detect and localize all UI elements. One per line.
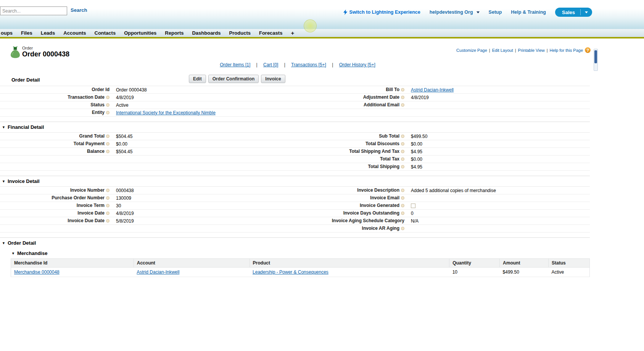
separator [513, 48, 518, 53]
label-total-discounts: Total Discounts [365, 141, 399, 146]
field-help-icon[interactable] [401, 212, 404, 215]
printable-view-link[interactable]: Printable View [518, 48, 545, 53]
app-selector-button[interactable]: Sales [555, 8, 592, 17]
field-help-icon[interactable] [401, 157, 404, 161]
field-row: Total Shipping $4.95 [0, 163, 590, 171]
right-scrollbar[interactable] [594, 49, 598, 71]
field-help-icon[interactable] [401, 189, 404, 192]
search-button[interactable]: Search [71, 7, 87, 13]
tab-opportunities[interactable]: Opportunities [120, 30, 161, 36]
quicklink-order-items[interactable]: Order Items [1] [220, 62, 250, 67]
value-invoice-date: 4/8/2019 [109, 211, 134, 216]
account-link[interactable]: Astrid Dacian-Inkwell [137, 269, 179, 275]
field-help-icon[interactable] [401, 150, 404, 153]
tab-products[interactable]: Products [225, 30, 255, 36]
value-total-shipping: $4.95 [404, 164, 422, 170]
separator [487, 48, 492, 53]
field-help-icon[interactable] [401, 88, 404, 91]
help-for-page-link[interactable]: Help for this Page [550, 48, 583, 53]
field-help-icon[interactable] [106, 189, 109, 192]
value-total-discounts: $0.00 [404, 141, 422, 147]
tab-files[interactable]: Files [17, 30, 37, 36]
field-help-icon[interactable] [106, 135, 109, 138]
field-help-icon[interactable] [401, 204, 404, 207]
field-help-icon[interactable] [106, 212, 109, 215]
tab-forecasts[interactable]: Forecasts [255, 30, 287, 36]
field-help-icon[interactable] [106, 196, 109, 200]
tab-reports[interactable]: Reports [161, 30, 188, 36]
switch-to-lightning-link[interactable]: Switch to Lightning Experience [343, 10, 420, 15]
org-menu[interactable]: helpdevtesting Org [430, 10, 480, 15]
section-title-financial-detail: Financial Detail [8, 124, 44, 130]
collapse-icon[interactable]: ▼ [2, 180, 5, 183]
field-help-icon[interactable] [401, 165, 404, 168]
field-help-icon[interactable] [401, 96, 404, 99]
quicklink-cart[interactable]: Cart [0] [263, 62, 278, 67]
field-help-icon[interactable] [106, 219, 109, 223]
field-help-icon[interactable] [401, 142, 404, 146]
col-merchandise-id[interactable]: Merchandise Id [11, 259, 134, 268]
quantity-cell: 10 [449, 268, 500, 277]
setup-link[interactable]: Setup [489, 10, 502, 15]
label-invoice-due-date: Invoice Due Date [68, 218, 105, 223]
col-amount[interactable]: Amount [500, 259, 549, 268]
tab-dashboards[interactable]: Dashboards [188, 30, 225, 36]
field-help-icon[interactable] [401, 103, 404, 107]
order-detail-fields: Order Id Order 0000438 Bill To Astrid Da… [0, 86, 590, 117]
field-help-icon[interactable] [401, 196, 404, 200]
tab-add-all-tabs[interactable]: + [287, 30, 298, 36]
status-cell: Active [549, 268, 590, 277]
field-help-icon[interactable] [401, 227, 404, 230]
help-training-link[interactable]: Help & Training [511, 10, 546, 15]
merchandise-header[interactable]: ▼ Merchandise [11, 249, 590, 258]
col-quantity[interactable]: Quantity [449, 259, 500, 268]
collapse-icon[interactable]: ▼ [2, 125, 5, 129]
tab-contacts[interactable]: Contacts [90, 30, 120, 36]
field-help-icon[interactable] [401, 135, 404, 138]
bill-to-link[interactable]: Astrid Dacian-Inkwell [411, 87, 454, 93]
label-invoice-aging-schedule-category: Invoice Aging Schedule Category [332, 218, 404, 223]
field-help-icon[interactable] [106, 150, 109, 153]
field-help-icon[interactable] [106, 111, 109, 114]
field-help-icon[interactable] [106, 142, 109, 146]
scrollbar-thumb[interactable] [594, 50, 597, 63]
search-input[interactable] [0, 6, 67, 15]
tab-groups[interactable]: oups [0, 30, 17, 36]
section-title-order-detail: Order Detail [11, 77, 40, 83]
order-detail-related-header[interactable]: ▼ Order Detail [0, 238, 590, 248]
merchandise-id-link[interactable]: Merchandise 0000048 [14, 269, 60, 275]
order-confirmation-button[interactable]: Order Confirmation [208, 75, 259, 83]
quicklink-order-history[interactable]: Order History [5+] [339, 62, 375, 67]
field-row: Invoice Date 4/8/2019 Invoice Days Outst… [0, 210, 590, 217]
invoice-detail-header[interactable]: ▼ Invoice Detail [0, 176, 590, 186]
field-help-icon[interactable] [106, 103, 109, 107]
edit-button[interactable]: Edit [189, 75, 206, 83]
entity-link[interactable]: International Society for the Exceptiona… [116, 110, 216, 115]
help-icon[interactable]: ? [585, 47, 591, 53]
invoice-generated-checkbox[interactable] [411, 204, 415, 208]
app-selector-dropdown[interactable] [581, 11, 592, 13]
label-grand-total: Grand Total [79, 134, 105, 139]
col-product[interactable]: Product [250, 259, 449, 268]
product-link[interactable]: Leadership - Power & Consequences [253, 269, 328, 275]
value-total-shipping-and-tax: $4.95 [404, 149, 422, 154]
invoice-button[interactable]: Invoice [261, 75, 285, 83]
collapse-icon[interactable]: ▼ [2, 241, 5, 245]
label-invoice-term: Invoice Term [77, 203, 105, 208]
separator [252, 62, 262, 67]
quicklink-transactions[interactable]: Transactions [5+] [291, 62, 326, 67]
customize-page-link[interactable]: Customize Page [456, 48, 487, 53]
label-invoice-generated: Invoice Generated [360, 203, 399, 208]
tab-accounts[interactable]: Accounts [59, 30, 90, 36]
col-status[interactable]: Status [549, 259, 590, 268]
field-row: Total Tax $0.00 [0, 155, 590, 163]
collapse-icon[interactable]: ▼ [11, 252, 15, 255]
col-account[interactable]: Account [134, 259, 250, 268]
financial-detail-header[interactable]: ▼ Financial Detail [0, 122, 590, 132]
field-help-icon[interactable] [106, 96, 109, 99]
tab-leads[interactable]: Leads [37, 30, 60, 36]
field-help-icon[interactable] [106, 204, 109, 207]
separator [327, 62, 338, 67]
edit-layout-link[interactable]: Edit Layout [492, 48, 513, 53]
merchandise-table: Merchandise Id Account Product Quantity … [11, 258, 590, 277]
